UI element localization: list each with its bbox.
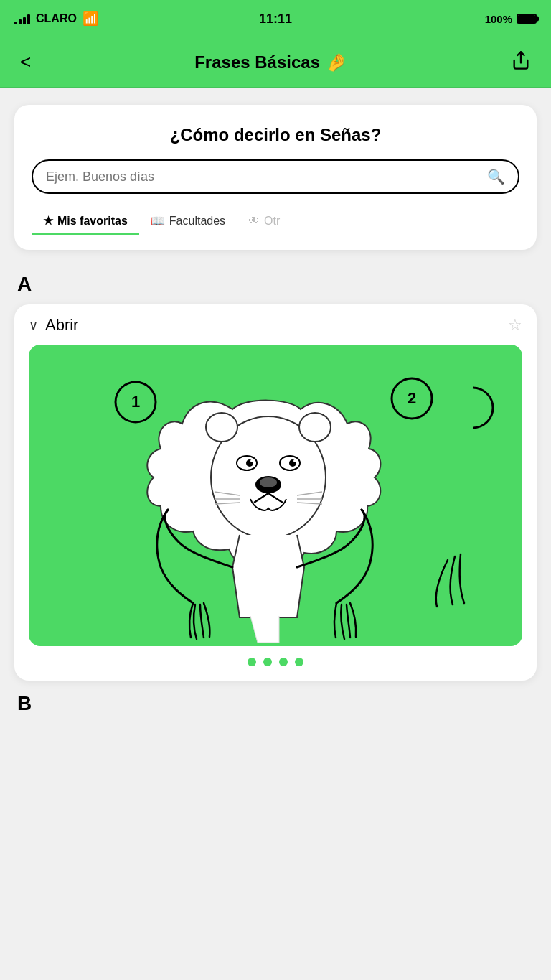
status-left: CLARO 📶 (14, 11, 98, 27)
word-label: Abrir (45, 316, 78, 335)
tab-favorites-label: Mis favoritas (57, 215, 128, 228)
search-question: ¿Cómo decirlo en Señas? (32, 125, 519, 145)
wifi-icon: 📶 (83, 11, 98, 27)
search-input-wrap[interactable]: 🔍 (32, 159, 519, 194)
main-content: ¿Cómo decirlo en Señas? 🔍 ★ Mis favorita… (0, 88, 551, 980)
tab-favorites[interactable]: ★ Mis favoritas (32, 208, 139, 235)
status-time: 11:11 (259, 11, 292, 27)
battery-percent: 100% (485, 13, 512, 25)
dot-3[interactable] (279, 658, 288, 666)
dot-2[interactable] (263, 658, 272, 666)
dot-1[interactable] (248, 658, 256, 666)
svg-text:2: 2 (408, 389, 416, 407)
dot-indicators (29, 658, 522, 666)
tab-facultades[interactable]: 📖 Facultades (139, 208, 237, 235)
book-icon: 📖 (151, 214, 165, 228)
sign-image-container[interactable]: 1 2 (29, 345, 522, 646)
favorite-star-icon[interactable]: ☆ (508, 316, 522, 335)
battery-icon (517, 14, 537, 24)
section-label-b: B (14, 692, 537, 715)
page-title: Frases Básicas 🤌 (194, 52, 347, 73)
search-input[interactable] (46, 169, 487, 185)
tab-other[interactable]: 👁 Otr (237, 208, 291, 235)
search-card: ¿Cómo decirlo en Señas? 🔍 ★ Mis favorita… (14, 105, 537, 250)
word-card-title-area[interactable]: ∨ Abrir (29, 316, 78, 335)
svg-point-6 (206, 413, 237, 442)
svg-point-7 (299, 413, 331, 442)
carrier-label: CLARO (36, 12, 77, 25)
star-icon: ★ (43, 214, 53, 228)
share-button[interactable] (505, 45, 537, 80)
svg-text:1: 1 (131, 393, 140, 411)
sign-illustration: 1 2 (29, 345, 522, 646)
svg-point-12 (250, 459, 253, 462)
dot-4[interactable] (295, 658, 303, 666)
section-label-a: A (14, 273, 537, 296)
word-card-header: ∨ Abrir ☆ (29, 316, 522, 335)
svg-point-15 (260, 477, 277, 487)
filter-tabs: ★ Mis favoritas 📖 Facultades 👁 Otr (32, 208, 519, 235)
status-bar: CLARO 📶 11:11 100% (0, 0, 551, 37)
word-card-abrir: ∨ Abrir ☆ 1 2 (14, 304, 537, 681)
back-button[interactable]: < (14, 45, 37, 79)
nav-header: < Frases Básicas 🤌 (0, 37, 551, 88)
signal-icon (14, 13, 30, 24)
title-icon: 🤌 (326, 52, 347, 73)
tab-facultades-label: Facultades (169, 215, 225, 228)
tab-other-label: Otr (264, 215, 280, 228)
svg-point-13 (293, 459, 296, 462)
search-icon: 🔍 (487, 168, 505, 185)
chevron-down-icon: ∨ (29, 317, 38, 333)
status-right: 100% (485, 13, 537, 25)
eye-icon: 👁 (248, 215, 260, 228)
